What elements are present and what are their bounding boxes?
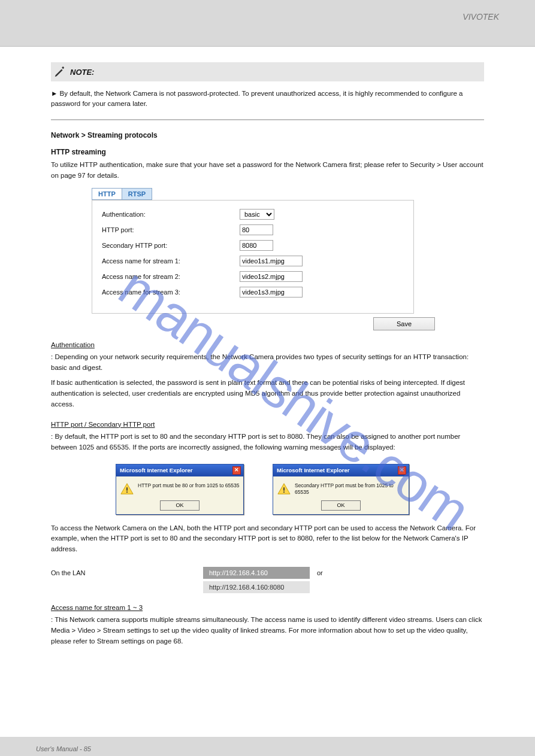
section-title: Network > Streaming protocols [51, 131, 484, 139]
dialog2-title: Microsoft Internet Explorer [277, 467, 349, 473]
auth-body2: If basic authentication is selected, the… [51, 378, 484, 409]
http-form-panel: Authentication: basic HTTP port: Seconda… [92, 200, 414, 314]
warning-icon [277, 482, 291, 496]
sec-port-input[interactable] [240, 240, 273, 251]
dialog1-ok[interactable]: OK [160, 500, 200, 511]
access-para: To access the Network Camera on the LAN,… [51, 523, 484, 555]
url-or: or [317, 569, 323, 576]
note-label: NOTE: [70, 68, 94, 77]
svg-rect-3 [283, 491, 285, 493]
lan-label: On the LAN [51, 569, 203, 576]
svg-rect-2 [283, 487, 285, 491]
dialog2-ok[interactable]: OK [321, 500, 361, 511]
dialogs-row: Microsoft Internet Explorer ✕ HTTP port … [116, 464, 484, 515]
note-bar: NOTE: [51, 62, 484, 81]
url-examples: On the LAN http://192.168.4.160 or http:… [51, 567, 484, 593]
close-icon[interactable]: ✕ [398, 466, 406, 475]
stream3-input[interactable] [240, 287, 303, 297]
auth-body1: : Depending on your network security req… [51, 352, 484, 374]
note-body: ► By default, the Network Camera is not … [51, 89, 484, 108]
sec-port-label: Secondary HTTP port: [102, 242, 240, 249]
warning-icon [120, 482, 134, 496]
pencil-icon [53, 65, 67, 78]
dialog-secondary-port: Microsoft Internet Explorer ✕ Secondary … [273, 464, 409, 515]
tab-rtsp[interactable]: RTSP [122, 188, 152, 200]
dialog1-msg: HTTP port must be 80 or from 1025 to 655… [138, 481, 240, 489]
section-divider [51, 119, 484, 120]
footer-left: User's Manual - 85 [36, 745, 91, 757]
ports-subhead: HTTP port / Secondary HTTP port [51, 421, 484, 428]
svg-rect-0 [126, 487, 128, 491]
tab-http[interactable]: HTTP [92, 188, 122, 200]
ports-body: : By default, the HTTP port is set to 80… [51, 432, 484, 453]
http-port-label: HTTP port: [102, 226, 240, 233]
page-footer: User's Manual - 85 [0, 737, 535, 757]
page-header: VIVOTEK [0, 0, 535, 47]
page-body: manualshive.com NOTE: ► By default, the … [0, 47, 535, 647]
auth-select[interactable]: basic [240, 209, 274, 220]
dialog-http-port: Microsoft Internet Explorer ✕ HTTP port … [116, 464, 244, 515]
auth-label: Authentication: [102, 211, 240, 218]
url-primary: http://192.168.4.160 [203, 567, 310, 579]
stream3-label: Access name for stream 3: [102, 289, 240, 296]
brand-caption: VIVOTEK [463, 12, 499, 22]
stream2-label: Access name for stream 2: [102, 273, 240, 280]
auth-subhead: Authentication [51, 341, 484, 348]
svg-rect-1 [126, 491, 128, 493]
dialog1-title: Microsoft Internet Explorer [120, 467, 192, 473]
access-name-body: : This Network camera supports multiple … [51, 615, 484, 646]
access-name-subhead: Access name for stream 1 ~ 3 [51, 604, 484, 611]
stream1-label: Access name for stream 1: [102, 257, 240, 265]
url-secondary: http://192.168.4.160:8080 [203, 581, 310, 593]
stream2-input[interactable] [240, 271, 303, 282]
http-port-input[interactable] [240, 224, 273, 235]
config-panel: HTTP RTSP Authentication: basic HTTP por… [51, 188, 484, 330]
tab-bar: HTTP RTSP [92, 188, 484, 200]
http-intro: To utilize HTTP authentication, make sur… [51, 160, 484, 181]
dialog2-msg: Secondary HTTP port must be from 1025 to… [295, 481, 405, 496]
close-icon[interactable]: ✕ [232, 466, 241, 475]
stream1-input[interactable] [240, 256, 303, 266]
save-button[interactable]: Save [373, 317, 435, 330]
http-streaming-heading: HTTP streaming [51, 148, 484, 156]
